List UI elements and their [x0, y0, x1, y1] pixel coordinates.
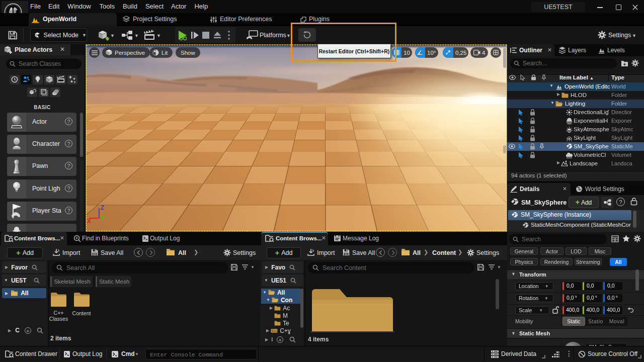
svg-text:C++: C++	[272, 329, 278, 332]
svg-text:+: +	[17, 206, 18, 209]
